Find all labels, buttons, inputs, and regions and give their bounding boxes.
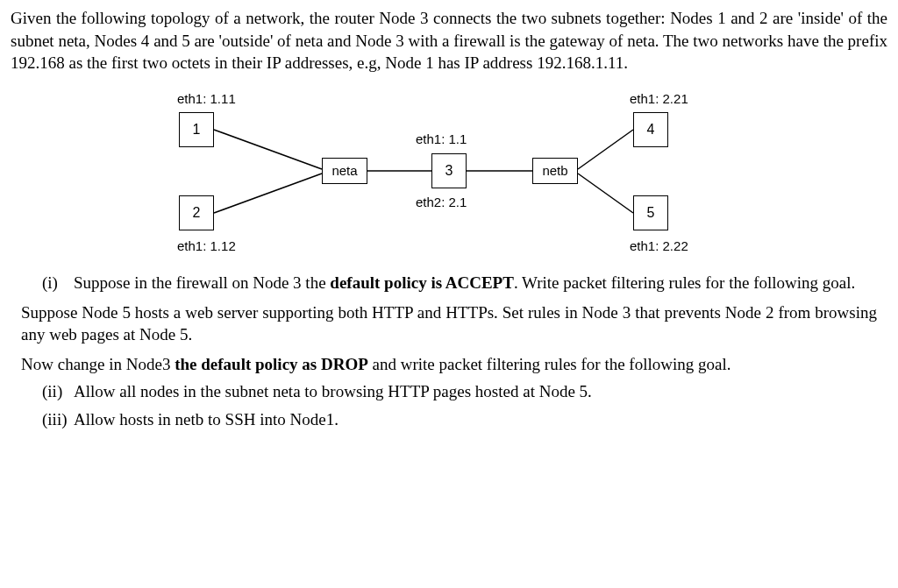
label-node3-iface-top: eth1: 1.1	[416, 131, 467, 148]
label-node4-iface: eth1: 2.21	[630, 90, 688, 108]
network-diagram: eth1: 1.11 eth1: 1.12 eth1: 1.1 eth2: 2.…	[142, 81, 756, 261]
question-iii-body: Allow hosts in netb to SSH into Node1.	[74, 408, 887, 431]
net-b: netb	[532, 158, 578, 184]
change-text-b: and write packet filtering rules for the…	[368, 355, 731, 373]
svg-line-1	[214, 174, 322, 213]
question-ii: (ii) Allow all nodes in the subnet neta …	[42, 380, 887, 403]
svg-line-0	[214, 130, 322, 169]
change-text-a: Now change in Node3	[21, 355, 175, 373]
change-bold: the default policy as DROP	[175, 355, 368, 373]
node-1-label: 1	[193, 120, 201, 139]
label-node3-iface-bottom: eth2: 2.1	[416, 194, 467, 211]
question-i: (i) Suppose in the firewall on Node 3 th…	[42, 272, 887, 294]
node-2-label: 2	[193, 203, 201, 223]
node-3-label: 3	[445, 161, 453, 181]
label-node2-iface: eth1: 1.12	[177, 237, 236, 255]
node-5: 5	[633, 195, 668, 230]
question-i-text-b: . Write packet filtering rules for the f…	[514, 273, 855, 292]
label-node5-iface: eth1: 2.22	[630, 237, 688, 255]
node-2: 2	[179, 195, 214, 230]
net-a: neta	[322, 158, 367, 184]
question-i-body: Suppose in the firewall on Node 3 the de…	[74, 272, 887, 294]
node-5-label: 5	[647, 203, 655, 223]
intro-paragraph: Given the following topology of a networ…	[11, 7, 887, 74]
question-ii-number: (ii)	[42, 380, 74, 403]
net-a-label: neta	[331, 162, 357, 180]
net-b-label: netb	[542, 162, 567, 180]
node-4-label: 4	[647, 120, 655, 139]
question-i-number: (i)	[42, 272, 74, 294]
document-page: Given the following topology of a networ…	[0, 0, 898, 431]
question-iii: (iii) Allow hosts in netb to SSH into No…	[42, 408, 887, 431]
svg-line-4	[578, 130, 633, 169]
question-i-text-a: Suppose in the firewall on Node 3 the	[74, 273, 330, 292]
label-node1-iface: eth1: 1.11	[177, 90, 236, 108]
question-i-bold: default policy is ACCEPT	[330, 273, 514, 292]
question-iii-number: (iii)	[42, 408, 74, 431]
node-1: 1	[179, 112, 214, 147]
policy-change-paragraph: Now change in Node3 the default policy a…	[21, 353, 877, 376]
node-3: 3	[431, 153, 467, 188]
svg-line-5	[578, 174, 633, 213]
node-4: 4	[633, 112, 668, 147]
question-ii-body: Allow all nodes in the subnet neta to br…	[74, 380, 887, 403]
goal-i-paragraph: Suppose Node 5 hosts a web server suppor…	[21, 301, 877, 346]
